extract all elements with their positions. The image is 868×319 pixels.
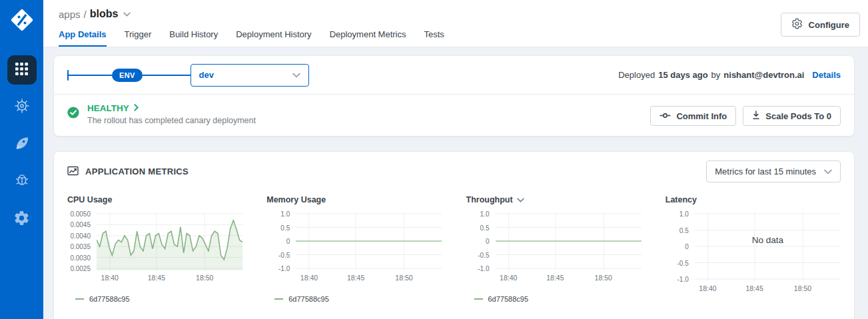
y-axis-tick-label: 0 xyxy=(685,243,689,250)
scale-pods-to-zero-button[interactable]: Scale Pods To 0 xyxy=(743,106,841,126)
charts-grid: CPU Usage0.00500.00450.00400.00350.00300… xyxy=(54,190,854,303)
app-switcher-chevron-down-icon[interactable] xyxy=(123,12,131,17)
x-axis: 18:4018:4518:50 xyxy=(97,274,242,284)
x-axis-tick-label: 18:50 xyxy=(196,274,213,282)
y-axis-tick-label: -1.0 xyxy=(478,265,489,272)
sidebar xyxy=(0,0,43,319)
y-axis-tick-label: 1.0 xyxy=(480,210,490,218)
x-axis: 18:4018:4518:50 xyxy=(296,274,442,284)
y-axis-tick-label: 0 xyxy=(286,238,290,245)
bug-icon xyxy=(14,172,30,191)
deployed-user: nishant@devtron.ai xyxy=(723,70,804,80)
chart-title: Throughput xyxy=(466,193,642,206)
breadcrumb-app-name: blobs xyxy=(90,8,119,20)
metrics-range-value: Metrics for last 15 minutes xyxy=(715,166,816,176)
y-axis-tick-label: 0 xyxy=(486,238,490,245)
commit-info-button[interactable]: Commit Info xyxy=(650,106,736,126)
metrics-header: APPLICATION METRICS Metrics for last 15 … xyxy=(54,152,854,190)
environment-status-card: ENV dev Deployed 15 days ago by nishant@… xyxy=(53,55,855,137)
flow-line xyxy=(69,75,112,76)
chart-legend: 6d77588c95 xyxy=(75,295,242,303)
y-axis-tick-label: 0.0040 xyxy=(70,232,91,239)
chart-title: Memory Usage xyxy=(266,193,442,206)
chart-memory-usage: Memory Usage1.00.50-0.5-1.018:4018:4518:… xyxy=(266,193,442,303)
gear-icon xyxy=(791,18,803,31)
environment-row: ENV dev Deployed 15 days ago by nishant@… xyxy=(54,56,854,94)
chart-title-chevron-down-icon[interactable] xyxy=(517,198,524,202)
metrics-title: APPLICATION METRICS xyxy=(85,166,189,176)
y-axis-tick-label: -1.0 xyxy=(677,276,689,283)
x-axis: 18:4018:4518:50 xyxy=(496,274,642,284)
deployed-by-label: by xyxy=(711,70,721,80)
chart-title: Latency xyxy=(665,193,841,206)
tab-build-history[interactable]: Build History xyxy=(169,29,218,47)
x-axis-tick-label: 18:40 xyxy=(101,274,119,282)
status-row: HEALTHY The rollout has completed canary… xyxy=(54,95,854,136)
tab-trigger[interactable]: Trigger xyxy=(125,29,152,47)
deployed-time: 15 days ago xyxy=(658,70,707,80)
y-axis-tick-label: 1.0 xyxy=(280,210,290,218)
y-axis-tick-label: 0.0030 xyxy=(70,254,91,261)
sidebar-item-global-configurations[interactable] xyxy=(7,204,37,234)
app-status[interactable]: HEALTHY xyxy=(87,103,256,113)
y-axis-tick-label: 0.0045 xyxy=(70,221,91,228)
y-axis-tick-label: 0.0050 xyxy=(70,210,91,218)
deployment-details-link[interactable]: Details xyxy=(812,70,841,80)
y-axis-tick-label: 1.0 xyxy=(679,210,689,218)
y-axis: 0.00500.00450.00400.00350.00300.0025 xyxy=(67,212,97,270)
grid-icon xyxy=(15,62,29,79)
chart-throughput: Throughput1.00.50-0.5-1.018:4018:4518:50… xyxy=(466,193,642,303)
y-axis-tick-label: 0.0025 xyxy=(70,265,91,272)
metrics-range-select[interactable]: Metrics for last 15 minutes xyxy=(706,160,841,182)
configure-button[interactable]: Configure xyxy=(781,13,860,37)
rocket-icon xyxy=(14,135,30,154)
y-axis-tick-label: -0.5 xyxy=(478,251,489,258)
app-tabs: App Details Trigger Build History Deploy… xyxy=(59,29,860,47)
tab-app-details[interactable]: App Details xyxy=(59,29,107,47)
breadcrumb: apps / blobs xyxy=(59,6,860,22)
y-axis-tick-label: 0.0035 xyxy=(70,243,91,250)
tab-deployment-history[interactable]: Deployment History xyxy=(236,29,311,47)
breadcrumb-separator: / xyxy=(84,9,87,20)
sidebar-item-applications[interactable] xyxy=(7,55,37,85)
metrics-title-group: APPLICATION METRICS xyxy=(67,166,189,178)
sidebar-item-deployment-groups[interactable] xyxy=(7,130,37,159)
chart-plot-area: 18:4018:4518:50 xyxy=(97,212,242,284)
devtron-logo-icon[interactable] xyxy=(8,6,36,34)
y-axis-tick-label: -0.5 xyxy=(677,259,689,266)
y-axis-tick-label: -1.0 xyxy=(278,265,290,272)
page-content: ENV dev Deployed 15 days ago by nishant@… xyxy=(43,47,868,319)
x-axis-tick-label: 18:45 xyxy=(347,274,364,282)
y-axis: 1.00.50-0.5-1.0 xyxy=(266,212,296,270)
y-axis-tick-label: 0.5 xyxy=(679,226,689,234)
chevron-down-icon xyxy=(292,70,300,80)
chart-legend: 6d77588c95 xyxy=(474,295,642,303)
x-axis-tick-label: 18:50 xyxy=(794,284,811,292)
legend-series-label: 6d77588c95 xyxy=(89,295,130,303)
tab-deployment-metrics[interactable]: Deployment Metrics xyxy=(330,29,406,47)
environment-select-value: dev xyxy=(199,70,214,80)
app-header: apps / blobs App Details Trigger Build H… xyxy=(43,0,868,47)
y-axis: 1.00.50-0.5-1.0 xyxy=(466,212,496,270)
sidebar-item-security[interactable] xyxy=(7,167,37,196)
x-axis-tick-label: 18:50 xyxy=(395,274,412,282)
breadcrumb-apps[interactable]: apps xyxy=(59,9,81,20)
scale-pods-label: Scale Pods To 0 xyxy=(765,111,831,121)
status-actions: Commit Info Scale Pods To 0 xyxy=(650,106,841,126)
chart-cpu-usage: CPU Usage0.00500.00450.00400.00350.00300… xyxy=(67,193,242,303)
legend-series-dash-icon xyxy=(274,298,283,300)
app-status-label: HEALTHY xyxy=(87,103,129,113)
chart-plot-area: 18:4018:4518:50 xyxy=(296,212,442,284)
chevron-down-icon xyxy=(824,166,832,176)
legend-series-dash-icon xyxy=(75,298,84,300)
chart-legend: 6d77588c95 xyxy=(274,295,442,303)
gear-icon xyxy=(13,210,30,229)
sidebar-item-charts[interactable] xyxy=(7,93,37,122)
application-metrics-card: APPLICATION METRICS Metrics for last 15 … xyxy=(53,151,855,319)
y-axis: 1.00.50-0.5-1.0 xyxy=(665,212,695,281)
no-data-label: No data xyxy=(695,235,841,245)
tab-tests[interactable]: Tests xyxy=(424,29,444,47)
env-pipeline-flow: ENV dev xyxy=(67,64,309,87)
deployed-info: Deployed 15 days ago by nishant@devtron.… xyxy=(618,70,841,80)
environment-select[interactable]: dev xyxy=(191,64,309,87)
